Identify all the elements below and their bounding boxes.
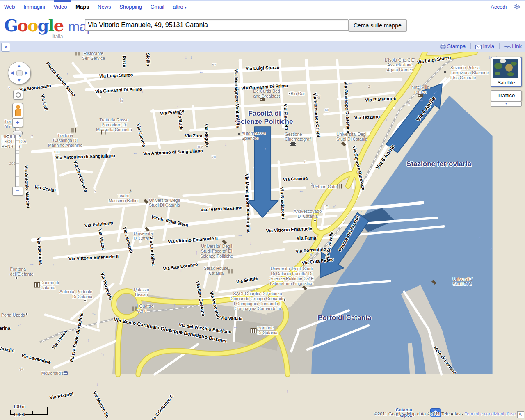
print-button[interactable]: Stampa bbox=[440, 43, 466, 49]
fork-icon bbox=[228, 269, 233, 274]
dot-icon bbox=[26, 313, 27, 315]
logo-letter: g bbox=[38, 16, 48, 35]
fork-icon bbox=[101, 130, 106, 135]
pan-left-icon[interactable]: ◀ bbox=[10, 71, 14, 75]
bed-icon bbox=[260, 98, 265, 101]
dot-icon bbox=[444, 71, 446, 73]
dot-icon bbox=[16, 277, 17, 279]
satellite-label: Satellite bbox=[491, 80, 521, 86]
send-label: Invia bbox=[483, 43, 494, 49]
scale-bar: 100 m 200 ft bbox=[7, 404, 52, 419]
zoom-in-button[interactable]: + bbox=[12, 118, 23, 127]
note-icon bbox=[129, 187, 132, 194]
nav-maps[interactable]: Maps bbox=[75, 4, 89, 10]
toolbar-separator bbox=[470, 43, 471, 49]
satellite-button[interactable]: Satellite bbox=[491, 57, 522, 87]
gear-icon[interactable] bbox=[514, 4, 520, 11]
nav-gmail[interactable]: Gmail bbox=[151, 4, 164, 10]
cap-icon bbox=[222, 240, 227, 244]
envelope-icon bbox=[475, 45, 482, 49]
fork-icon bbox=[72, 128, 76, 133]
terms-link[interactable]: Termini e condizioni d'uso bbox=[464, 411, 516, 416]
film-icon bbox=[290, 142, 296, 146]
dot-icon bbox=[238, 133, 240, 135]
signin-link[interactable]: Accedi bbox=[491, 4, 507, 10]
nav-immagini[interactable]: Immagini bbox=[23, 4, 45, 10]
map-attribution: ©2011 Google - Map data ©2011 Tele Atlas… bbox=[374, 411, 516, 416]
pegman-icon bbox=[15, 109, 21, 116]
zoom-slider-handle[interactable] bbox=[13, 131, 23, 135]
dot-icon bbox=[314, 220, 316, 221]
cap-icon bbox=[431, 280, 436, 285]
dot-icon bbox=[7, 135, 9, 136]
traffic-button[interactable]: Traffico bbox=[491, 90, 522, 101]
scale-line-mid bbox=[32, 411, 33, 414]
link-icon bbox=[504, 46, 511, 49]
search-input[interactable] bbox=[85, 19, 348, 31]
expand-sidebar-button[interactable]: » bbox=[1, 43, 10, 52]
pegman-control[interactable] bbox=[12, 103, 23, 119]
nav-news[interactable]: News bbox=[98, 4, 111, 10]
map-canvas[interactable]: Ristorante Self ServiceVia Luigi SturzoV… bbox=[0, 52, 525, 420]
nav-altro-label: altro bbox=[173, 4, 183, 10]
cap-icon bbox=[341, 142, 346, 146]
top-nav: Web Immagini Video Maps News Shopping Gm… bbox=[0, 2, 525, 12]
top-accent-line bbox=[0, 0, 525, 1]
dot-icon bbox=[84, 300, 86, 301]
fork-icon bbox=[75, 52, 80, 56]
printer-icon bbox=[440, 44, 446, 49]
burger-icon bbox=[64, 371, 68, 375]
search-maps-button[interactable]: Cerca sulle mappe bbox=[348, 19, 407, 32]
logo-letter: e bbox=[54, 16, 63, 35]
fork-icon bbox=[132, 307, 137, 311]
logo-letter: o bbox=[27, 16, 38, 35]
scale-metric: 100 m bbox=[13, 404, 26, 409]
dot-icon bbox=[284, 299, 285, 301]
logo-letter: o bbox=[17, 16, 27, 35]
copyright-text: ©2011 Google - Map data ©2011 Tele Atlas… bbox=[374, 411, 464, 416]
nav-altro[interactable]: altro ▾ bbox=[173, 4, 186, 10]
zoom-slider-track[interactable] bbox=[15, 127, 19, 187]
pan-down-icon[interactable]: ▼ bbox=[17, 78, 21, 82]
logo-letter: l bbox=[48, 16, 54, 35]
print-label: Stampa bbox=[447, 43, 466, 49]
pan-hand-icon[interactable] bbox=[16, 70, 23, 76]
chevron-down-icon: ▾ bbox=[185, 5, 187, 9]
cap-icon bbox=[144, 199, 148, 204]
send-button[interactable]: Invia bbox=[475, 43, 494, 49]
link-label: Link bbox=[512, 43, 522, 49]
logo-region-label: Italia bbox=[52, 34, 63, 39]
header: Google maps Italia Cerca sulle mappe bbox=[0, 12, 525, 41]
cap-icon bbox=[145, 227, 150, 232]
fork-icon bbox=[338, 184, 342, 189]
bank-icon bbox=[251, 328, 257, 333]
nav-video[interactable]: Video bbox=[54, 4, 67, 10]
scale-imperial: 200 ft bbox=[14, 412, 25, 417]
report-arrow-icon[interactable]: ↖ bbox=[517, 411, 524, 418]
traffic-expand-button[interactable]: ▾ bbox=[491, 101, 522, 107]
logo-letter: G bbox=[4, 16, 17, 35]
nav-web[interactable]: Web bbox=[4, 4, 15, 10]
reset-view-button[interactable] bbox=[13, 90, 23, 100]
pan-up-icon[interactable]: ▲ bbox=[17, 64, 21, 68]
bank-icon bbox=[34, 282, 40, 288]
dot-icon bbox=[289, 93, 290, 94]
pan-right-icon[interactable]: ▶ bbox=[25, 71, 28, 75]
poi-icons-layer bbox=[0, 52, 525, 420]
pan-control[interactable]: ▲ ▼ ◀ ▶ bbox=[8, 62, 31, 84]
map-toolbar: » Stampa Invia Link bbox=[0, 41, 525, 53]
zoom-out-button[interactable]: − bbox=[12, 187, 23, 196]
link-button[interactable]: Link bbox=[504, 43, 522, 49]
nav-shopping[interactable]: Shopping bbox=[119, 4, 142, 10]
toolbar-separator bbox=[499, 43, 500, 49]
scale-line-end bbox=[47, 407, 48, 414]
bed-icon bbox=[418, 94, 423, 97]
cap-icon bbox=[302, 285, 307, 290]
satellite-thumbnail bbox=[493, 59, 518, 78]
